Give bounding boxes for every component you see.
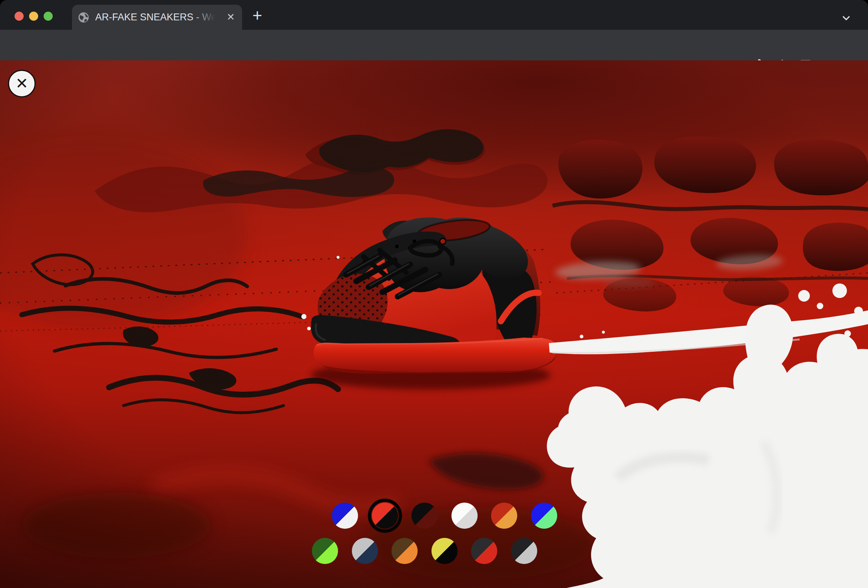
tab-close-icon[interactable]: ✕ — [225, 12, 236, 23]
browser-window: AR-FAKE SNEAKERS - WebXR ✕ + — [0, 0, 868, 588]
color-swatch-r2-6[interactable] — [511, 538, 537, 564]
color-swatch-r2-4[interactable] — [431, 538, 458, 564]
browser-toolbar: http://127.0.0.1:8080/product/00 G 文 — [0, 30, 868, 60]
browser-tab-active[interactable]: AR-FAKE SNEAKERS - WebXR ✕ — [72, 5, 242, 30]
color-swatch-r1-1[interactable] — [332, 503, 358, 529]
tab-strip: AR-FAKE SNEAKERS - WebXR ✕ + — [0, 0, 868, 30]
traffic-light-minimize-button[interactable] — [29, 12, 38, 21]
globe-favicon-icon — [78, 12, 89, 23]
color-swatch-r1-3[interactable] — [412, 503, 438, 529]
color-swatch-r2-2[interactable] — [352, 538, 378, 564]
traffic-light-close-button[interactable] — [15, 12, 24, 21]
tab-title: AR-FAKE SNEAKERS - WebXR — [95, 12, 215, 23]
colorway-swatch-row-1 — [332, 503, 557, 529]
color-swatch-r2-5[interactable] — [471, 538, 497, 564]
webxr-product-viewport[interactable]: ✕ — [0, 60, 868, 588]
tab-search-chevron-icon[interactable] — [839, 11, 853, 25]
colorway-swatch-row-2 — [312, 538, 537, 564]
color-swatch-r1-5[interactable] — [491, 503, 517, 529]
color-swatch-r2-3[interactable] — [391, 538, 418, 564]
color-swatch-r1-4[interactable] — [452, 503, 478, 529]
color-swatch-r2-1[interactable] — [312, 538, 338, 564]
close-x-icon: ✕ — [15, 76, 28, 91]
traffic-light-zoom-button[interactable] — [44, 12, 53, 21]
color-swatch-r1-6[interactable] — [531, 503, 557, 529]
color-swatch-r1-2-selected[interactable] — [372, 503, 398, 529]
close-viewer-button[interactable]: ✕ — [8, 70, 35, 97]
new-tab-button[interactable]: + — [249, 8, 265, 24]
